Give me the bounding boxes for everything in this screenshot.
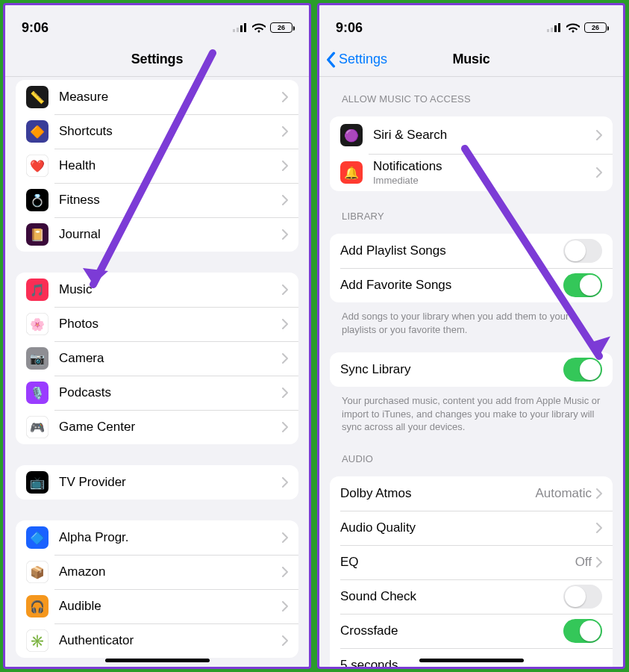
row-title: Alpha Progr. [59,530,282,545]
crossfade-toggle[interactable] [563,619,602,643]
svg-rect-0 [233,29,235,32]
row-title: Siri & Search [373,128,596,143]
battery-icon: 26 [270,22,292,33]
chevron-right-icon [596,523,602,533]
cellular-icon [547,23,562,32]
svg-rect-9 [558,23,560,32]
chevron-right-icon [282,422,288,432]
row-eq[interactable]: EQ Off [330,545,613,579]
chevron-right-icon [596,557,602,567]
row-addplaylist[interactable]: Add Playlist Songs [330,234,613,268]
row-title: EQ [340,555,575,570]
row-title: Photos [59,317,282,332]
chevron-right-icon [282,229,288,240]
chevron-right-icon [282,532,288,543]
settings-row-camera[interactable]: 📷 Camera [16,341,298,376]
settings-row-audible[interactable]: 🎧 Audible [16,589,298,623]
back-button[interactable]: Settings [319,52,387,68]
settings-row-health[interactable]: ❤️ Health [16,149,298,183]
camera-icon: 📷 [26,347,48,370]
home-indicator [105,659,210,662]
svg-rect-3 [244,23,246,32]
section-footer-library: Add songs to your library when you add t… [330,305,613,339]
synclibrary-toggle[interactable] [563,358,602,382]
svg-rect-7 [551,28,553,32]
chevron-right-icon [282,567,288,577]
row-aq[interactable]: Audio Quality [330,511,613,545]
row-title: Sync Library [340,362,563,377]
row-title: Fitness [59,193,282,208]
row-title: Audible [59,599,282,614]
section-header-library: LIBRARY [330,194,613,228]
svg-rect-8 [554,25,557,32]
settings-screen: 9:06 26 Settings 📏 Measure 🔶 Shortcuts ❤… [3,3,311,669]
settings-row-authenticator[interactable]: ✳️ Authenticator [16,623,298,658]
health-icon: ❤️ [26,155,48,177]
navbar: Settings Music [319,43,623,77]
authenticator-icon: ✳️ [26,629,48,652]
podcasts-icon: 🎙️ [26,382,48,404]
section-header-audio: AUDIO [330,437,613,470]
row-synclibrary[interactable]: Sync Library [330,352,613,387]
row-title: Music [59,282,282,297]
svg-rect-2 [240,25,242,32]
settings-row-alpha[interactable]: 🔷 Alpha Progr. [16,520,298,555]
row-title: Authenticator [59,633,282,648]
svg-rect-1 [237,28,239,32]
chevron-right-icon [282,353,288,364]
settings-row-amazon[interactable]: 📦 Amazon [16,555,298,589]
row-title: Crossfade [340,623,563,638]
settings-row-photos[interactable]: 🌸 Photos [16,307,298,341]
row-title: Notifications [373,159,596,174]
row-subtitle: Immediate [373,175,596,186]
gamecenter-icon: 🎮 [26,416,48,438]
row-value: Automatic [535,486,592,501]
wifi-icon [566,23,580,33]
settings-row-measure[interactable]: 📏 Measure [16,80,298,114]
wifi-icon [252,23,266,33]
chevron-right-icon [282,635,288,646]
navbar: Settings [5,43,309,77]
settings-row-podcasts[interactable]: 🎙️ Podcasts [16,376,298,410]
row-soundcheck[interactable]: Sound Check [330,579,613,614]
row-dolby[interactable]: Dolby Atmos Automatic [330,476,613,511]
section-footer-sync: Your purchased music, content you add fr… [330,390,613,437]
chevron-right-icon [596,167,602,178]
row-siri[interactable]: 🟣 Siri & Search [330,116,613,154]
settings-row-gamecenter[interactable]: 🎮 Game Center [16,410,298,444]
row-title: Sound Check [340,589,563,604]
row-title: Measure [59,90,282,105]
chevron-right-icon [282,477,288,488]
audible-icon: 🎧 [26,595,48,617]
music-settings-screen: 9:06 26 Settings Music ALLOW MUSIC TO AC… [317,3,625,669]
notif-icon: 🔔 [340,161,363,184]
music-icon: 🎵 [26,279,48,301]
journal-icon: 📔 [26,223,48,246]
row-crossfade[interactable]: Crossfade [330,614,613,648]
status-bar: 9:06 26 [319,5,623,43]
settings-row-fitness[interactable]: 💍 Fitness [16,183,298,217]
row-addfavorite[interactable]: Add Favorite Songs [330,268,613,302]
siri-icon: 🟣 [340,124,363,146]
nav-title: Settings [5,52,309,67]
row-notif[interactable]: 🔔 Notifications Immediate [330,154,613,191]
chevron-right-icon [282,388,288,398]
chevron-right-icon [282,92,288,102]
row-title: Health [59,158,282,173]
settings-row-tvprovider[interactable]: 📺 TV Provider [16,465,298,500]
status-bar: 9:06 26 [5,5,309,43]
settings-row-music[interactable]: 🎵 Music [16,273,298,307]
chevron-right-icon [282,195,288,205]
addfavorite-toggle[interactable] [563,273,602,297]
chevron-right-icon [282,319,288,329]
status-time: 9:06 [336,20,363,36]
chevron-right-icon [282,161,288,171]
soundcheck-toggle[interactable] [563,585,602,609]
settings-row-journal[interactable]: 📔 Journal [16,217,298,252]
section-header-access: ALLOW MUSIC TO ACCESS [330,77,613,111]
chevron-right-icon [282,601,288,612]
addplaylist-toggle[interactable] [563,239,602,263]
row-title: Dolby Atmos [340,486,535,501]
row-title: Shortcuts [59,124,282,139]
settings-row-shortcuts[interactable]: 🔶 Shortcuts [16,114,298,149]
